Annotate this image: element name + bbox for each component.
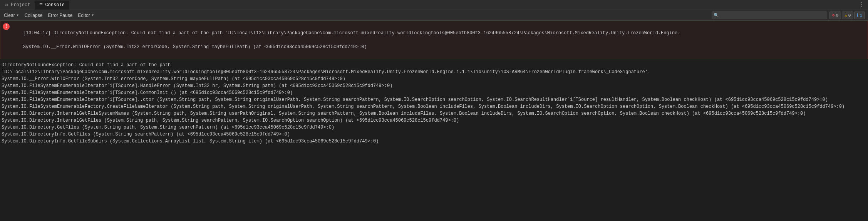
console-content[interactable]: DirectoryNotFoundException: Could not fi… bbox=[0, 59, 868, 221]
warning-badge-count: 0 bbox=[848, 13, 851, 18]
clear-dropdown-arrow: ▼ bbox=[16, 13, 19, 17]
info-badge-icon: ℹ bbox=[857, 13, 858, 18]
list-item: System.IO.Directory.InternalGetFileSyste… bbox=[2, 110, 866, 117]
info-badge[interactable]: ℹ 1 bbox=[854, 12, 865, 19]
search-input[interactable] bbox=[721, 13, 824, 18]
error-badge-icon: ⊘ bbox=[832, 13, 835, 18]
error-text: [13:04:17] DirectoryNotFoundException: C… bbox=[12, 23, 680, 57]
info-badge-count: 1 bbox=[860, 13, 862, 18]
list-item: 'D:\local\T12\Library\PackageCache\com.m… bbox=[2, 69, 866, 75]
warning-badge[interactable]: △ 0 bbox=[842, 12, 853, 19]
more-options-button[interactable]: ⋮ bbox=[856, 0, 868, 10]
tab-console-label: Console bbox=[45, 2, 64, 8]
clear-label: Clear bbox=[4, 13, 15, 18]
list-item: System.IO.FileSystemEnumerableIterator`1… bbox=[2, 89, 866, 96]
list-item: System.IO.FileSystemEnumerableFactory.Cr… bbox=[2, 103, 866, 110]
list-item: DirectoryNotFoundException: Could not fi… bbox=[2, 62, 866, 69]
tab-bar: 🗂 Project ☰ Console ⋮ bbox=[0, 0, 868, 10]
error-pause-button[interactable]: Error Pause bbox=[45, 11, 75, 20]
editor-dropdown-arrow: ▼ bbox=[91, 13, 94, 17]
list-item: System.IO.Directory.GetFiles (System.Str… bbox=[2, 124, 866, 131]
list-item: System.IO.DirectoryInfo.GetFiles (System… bbox=[2, 131, 866, 138]
collapse-label: Collapse bbox=[25, 13, 43, 18]
list-item: System.IO.Directory.InternalGetFiles (Sy… bbox=[2, 117, 866, 124]
toolbar: Clear ▼ Collapse Error Pause Editor ▼ 🔍 … bbox=[0, 10, 868, 21]
status-badges: ⊘ 0 △ 0 ℹ 1 bbox=[829, 12, 865, 19]
search-box: 🔍 bbox=[712, 12, 827, 19]
project-icon: 🗂 bbox=[5, 3, 8, 7]
tab-console[interactable]: ☰ Console bbox=[35, 0, 69, 10]
clear-button[interactable]: Clear ▼ bbox=[2, 11, 22, 20]
editor-label: Editor bbox=[78, 13, 90, 18]
tab-project-label: Project bbox=[11, 2, 30, 8]
editor-button[interactable]: Editor ▼ bbox=[75, 11, 96, 20]
error-bar[interactable]: ! [13:04:17] DirectoryNotFoundException:… bbox=[0, 21, 868, 59]
tab-project[interactable]: 🗂 Project bbox=[0, 0, 35, 10]
search-icon: 🔍 bbox=[714, 13, 719, 18]
warning-badge-icon: △ bbox=[845, 13, 847, 18]
error-icon: ! bbox=[3, 23, 10, 30]
error-badge-count: 0 bbox=[836, 13, 839, 18]
console-icon: ☰ bbox=[39, 3, 43, 7]
error-badge[interactable]: ⊘ 0 bbox=[829, 12, 841, 19]
collapse-button[interactable]: Collapse bbox=[22, 11, 45, 20]
list-item: System.IO.__Error.WinIOError (System.Int… bbox=[2, 75, 866, 82]
list-item: System.IO.DirectoryInfo.GetFileSubdirs (… bbox=[2, 138, 866, 145]
list-item: System.IO.FileSystemEnumerableIterator`1… bbox=[2, 82, 866, 89]
error-pause-label: Error Pause bbox=[48, 13, 72, 18]
list-item: System.IO.FileSystemEnumerableIterator`1… bbox=[2, 96, 866, 103]
